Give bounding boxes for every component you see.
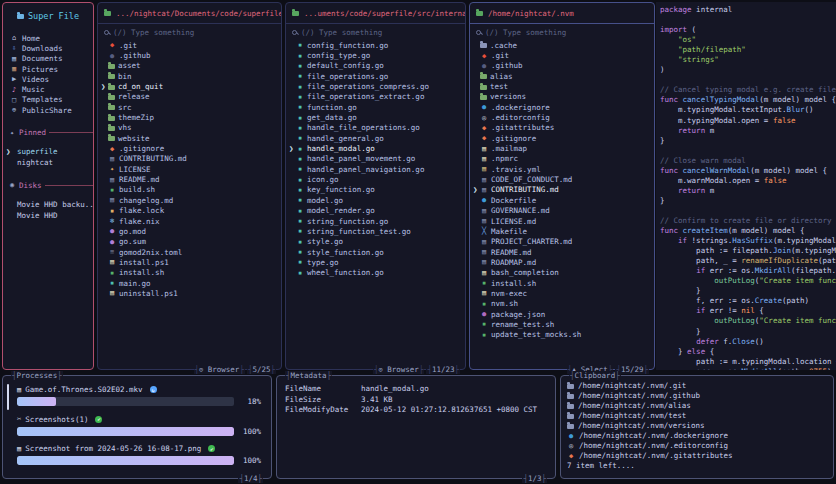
file-name: changelog.md <box>119 196 173 205</box>
file-row[interactable]: ❯▤CONTRIBUTING.md <box>470 185 654 195</box>
file-row[interactable]: ▤LICENSE.md <box>470 216 654 226</box>
file-row[interactable]: ❯cd_on_quit <box>98 81 281 91</box>
sidebar-item-music[interactable]: ♪Music <box>3 84 93 94</box>
file-row[interactable]: ▪rename_test.sh <box>470 319 654 329</box>
file-row[interactable]: ▪icon.go <box>286 174 465 184</box>
file-row[interactable]: ▤CONTRIBUTING.md <box>98 154 281 164</box>
file-row[interactable]: ▪function.go <box>286 102 465 112</box>
sidebar-item-home[interactable]: ⌂Home <box>3 33 93 43</box>
file-row[interactable]: ▪style_function.go <box>286 247 465 257</box>
processes-scrollbar[interactable] <box>7 384 9 410</box>
file-row[interactable]: ▤.mailmap <box>470 143 654 153</box>
file-row[interactable]: ▤GOVERNANCE.md <box>470 206 654 216</box>
file-row[interactable]: ●go.sum <box>98 237 281 247</box>
file-row[interactable]: ◆.gitignore <box>470 133 654 143</box>
file-row[interactable]: ╳Makefile <box>470 226 654 236</box>
file-row[interactable]: ▪style.go <box>286 237 465 247</box>
file-row[interactable]: ◎.editorconfig <box>470 112 654 122</box>
file-row[interactable]: .cache <box>470 40 654 50</box>
file-row[interactable]: ▪build.sh <box>98 185 281 195</box>
file-row[interactable]: ▪handle_panel_movement.go <box>286 154 465 164</box>
file-row[interactable]: vhs <box>98 123 281 133</box>
file-row[interactable]: ❄flake.nix <box>98 216 281 226</box>
file-row[interactable]: ▪main.go <box>98 278 281 288</box>
file-row[interactable]: ▪default_config.go <box>286 61 465 71</box>
file-row[interactable]: themeZip <box>98 112 281 122</box>
file-row[interactable]: ▪file_operations_compress.go <box>286 81 465 91</box>
file-row[interactable]: ▪file_operations_extract.go <box>286 92 465 102</box>
file-row[interactable]: ●Dockerfile <box>470 195 654 205</box>
file-row[interactable]: ▪install.sh <box>470 278 654 288</box>
panel-3-search[interactable]: (/) Type something <box>470 24 654 38</box>
file-row[interactable]: test <box>470 81 654 91</box>
file-row[interactable]: ▤CODE_OF_CONDUCT.md <box>470 174 654 184</box>
file-row[interactable]: ▪wheel_function.go <box>286 268 465 278</box>
file-row[interactable]: ▤README.md <box>470 247 654 257</box>
file-row[interactable]: ▤bash_completion <box>470 268 654 278</box>
file-row[interactable]: ▪handle_file_operations.go <box>286 123 465 133</box>
file-row[interactable]: ▪update_test_mocks.sh <box>470 330 654 340</box>
process-item[interactable]: ▤Screenshot from 2024-05-26 16-08-17.png… <box>17 444 261 465</box>
file-row[interactable]: ▤PROJECT_CHARTER.md <box>470 237 654 247</box>
panel-1-search[interactable]: (/) Type something <box>98 24 281 38</box>
file-row[interactable]: ▤install.ps1 <box>98 257 281 267</box>
file-row[interactable]: ●go.mod <box>98 226 281 236</box>
file-row[interactable]: ▪type.go <box>286 257 465 267</box>
sidebar-item-videos[interactable]: ▶Videos <box>3 74 93 84</box>
disk-item-movie-hhd-backu-[interactable]: Movie HHD backu... <box>3 199 93 210</box>
sidebar-item-pictures[interactable]: ▦Pictures <box>3 64 93 74</box>
file-row[interactable]: ▪handle_panel_navigation.go <box>286 164 465 174</box>
sidebar-item-templates[interactable]: □Templates <box>3 95 93 105</box>
file-row[interactable]: ≡gomod2nix.toml <box>98 247 281 257</box>
file-row[interactable]: ◆.gitattributes <box>470 123 654 133</box>
file-row[interactable]: website <box>98 133 281 143</box>
file-row[interactable]: ▤README.md <box>98 174 281 184</box>
file-type-icon: ▪ <box>296 83 304 91</box>
file-row[interactable]: ▪model.go <box>286 195 465 205</box>
file-row[interactable]: ▪model_render.go <box>286 206 465 216</box>
pinned-item-nightcat[interactable]: nightcat <box>3 157 93 168</box>
metadata-key: FileSize <box>285 395 361 406</box>
file-row[interactable]: ▪string_function.go <box>286 216 465 226</box>
file-row[interactable]: versions <box>470 92 654 102</box>
process-item[interactable]: ▤Game.of.Thrones.S02E02.mkv↻18% <box>17 385 261 406</box>
file-row[interactable]: ●.dockerignore <box>470 102 654 112</box>
sidebar-item-downloads[interactable]: ⇩Downloads <box>3 43 93 53</box>
file-row[interactable]: ◆.gitignore <box>98 143 281 153</box>
file-row[interactable]: alias <box>470 71 654 81</box>
file-row[interactable]: ◆.git <box>98 40 281 50</box>
file-row[interactable]: ▤changelog.md <box>98 195 281 205</box>
file-row[interactable]: ▪file_operations.go <box>286 71 465 81</box>
file-row[interactable]: ▪config_function.go <box>286 40 465 50</box>
file-row[interactable]: release <box>98 92 281 102</box>
file-row[interactable]: src <box>98 102 281 112</box>
file-row[interactable]: ▪install.sh <box>98 268 281 278</box>
sidebar-item-publicshare[interactable]: ⊕PublicShare <box>3 105 93 115</box>
file-row[interactable]: ▤.npmrc <box>470 154 654 164</box>
file-row[interactable]: ●.github <box>98 50 281 60</box>
file-row[interactable]: ▤nvm-exec <box>470 288 654 298</box>
file-row[interactable]: ●.github <box>470 61 654 71</box>
file-row[interactable]: ▤.travis.yml <box>470 164 654 174</box>
file-name: get_data.go <box>307 113 357 122</box>
file-row[interactable]: ▪handle_general.go <box>286 133 465 143</box>
file-row[interactable]: ▪flake.lock <box>98 206 281 216</box>
file-row[interactable]: ✦LICENSE <box>98 164 281 174</box>
file-row[interactable]: ❯▪handle_modal.go <box>286 143 465 153</box>
process-item[interactable]: ✂Screenshots(1)✔100% <box>17 415 261 436</box>
file-row[interactable]: ▤uninstall.ps1 <box>98 288 281 298</box>
file-row[interactable]: ▤ROADMAP.md <box>470 257 654 267</box>
disk-item-movie-hhd[interactable]: Movie HHD <box>3 210 93 221</box>
file-row[interactable]: ◆.git <box>470 50 654 60</box>
sidebar-item-documents[interactable]: ▤Documents <box>3 54 93 64</box>
file-row[interactable]: asset <box>98 61 281 71</box>
pinned-item-superfile[interactable]: ❯superfile <box>3 146 93 157</box>
file-row[interactable]: bin <box>98 71 281 81</box>
file-row[interactable]: ●package.json <box>470 309 654 319</box>
file-row[interactable]: ▪key_function.go <box>286 185 465 195</box>
file-row[interactable]: ▪config_type.go <box>286 50 465 60</box>
file-row[interactable]: ▪get_data.go <box>286 112 465 122</box>
file-row[interactable]: ▪string_function_test.go <box>286 226 465 236</box>
file-row[interactable]: ▪nvm.sh <box>470 299 654 309</box>
panel-2-search[interactable]: (/) Type something <box>286 24 465 38</box>
